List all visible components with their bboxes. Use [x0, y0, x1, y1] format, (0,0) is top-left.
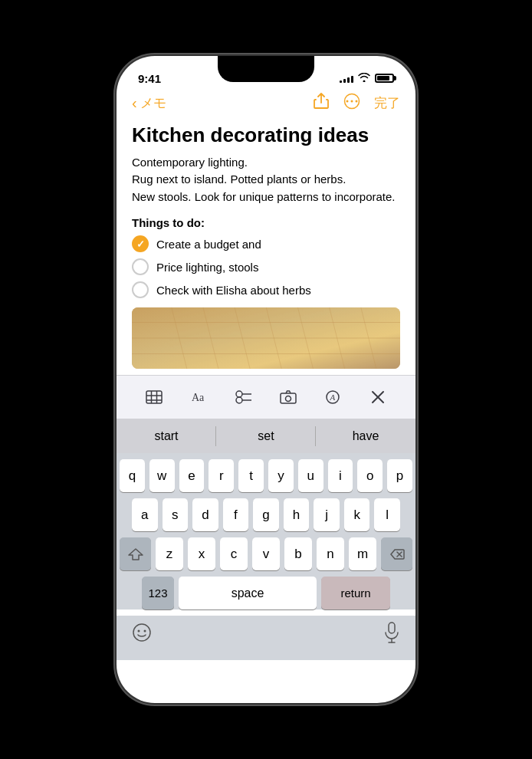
prediction-have[interactable]: have	[316, 419, 415, 453]
svg-rect-8	[146, 391, 162, 403]
phone-frame: 9:41	[117, 56, 415, 703]
todo-item-1: Create a budget and	[132, 235, 400, 252]
annotation-text: 予測テキスト	[458, 479, 523, 493]
svg-point-28	[144, 630, 146, 632]
todo-text-2[interactable]: Price lighting, stools	[156, 261, 258, 274]
keyboard-row-2: a s d f g h j k l	[120, 498, 412, 531]
key-s[interactable]: s	[163, 498, 189, 531]
back-label: メモ	[140, 94, 166, 112]
keyboard-row-3: z x c v b n m	[120, 537, 412, 570]
svg-point-26	[133, 624, 150, 641]
key-v[interactable]: v	[252, 537, 280, 570]
key-h[interactable]: h	[284, 498, 310, 531]
space-key[interactable]: space	[179, 577, 317, 610]
prediction-bar: start set have	[117, 419, 415, 453]
camera-toolbar-button[interactable]	[274, 383, 302, 411]
key-e[interactable]: e	[179, 459, 205, 492]
key-m[interactable]: m	[349, 537, 376, 570]
annotation-bracket-icon: }	[445, 474, 454, 498]
wifi-icon	[358, 73, 370, 84]
todo-checkbox-1[interactable]	[132, 235, 149, 252]
back-button[interactable]: ‹ メモ	[132, 94, 166, 112]
note-content: Kitchen decorating ideas Contemporary li…	[117, 120, 415, 307]
svg-point-14	[236, 391, 242, 397]
key-r[interactable]: r	[209, 459, 234, 492]
nav-actions: 完了	[313, 93, 400, 113]
todo-section: Things to do: Create a budget and Price …	[132, 216, 400, 298]
svg-point-19	[286, 396, 291, 402]
svg-text:Aa: Aa	[192, 392, 205, 403]
key-n[interactable]: n	[317, 537, 344, 570]
key-t[interactable]: t	[238, 459, 264, 492]
microphone-button[interactable]	[383, 622, 400, 648]
prediction-have-label: have	[353, 429, 379, 443]
keyboard-bottom	[117, 616, 415, 660]
prediction-start-label: start	[154, 429, 178, 443]
key-k[interactable]: k	[344, 498, 370, 531]
todo-text-1[interactable]: Create a budget and	[156, 238, 261, 251]
text-format-toolbar-button[interactable]: Aa	[185, 383, 212, 411]
key-g[interactable]: g	[253, 498, 279, 531]
todo-heading: Things to do:	[132, 216, 400, 229]
todo-item-3: Check with Elisha about herbs	[132, 281, 400, 298]
key-o[interactable]: o	[357, 459, 383, 492]
nav-bar: ‹ メモ 完了	[117, 90, 415, 120]
key-x[interactable]: x	[188, 537, 215, 570]
status-time: 9:41	[138, 72, 161, 85]
return-key[interactable]: return	[321, 577, 390, 610]
key-f[interactable]: f	[223, 498, 249, 531]
key-d[interactable]: d	[192, 498, 218, 531]
back-chevron-icon: ‹	[132, 94, 137, 112]
keyboard: q w e r t y u i o p a s d f g h j k	[117, 453, 415, 610]
svg-point-27	[138, 630, 140, 632]
key-z[interactable]: z	[156, 537, 183, 570]
svg-point-0	[346, 100, 349, 103]
close-toolbar-button[interactable]	[364, 383, 392, 411]
key-c[interactable]: c	[220, 537, 248, 570]
note-body[interactable]: Contemporary lighting.Rug next to island…	[132, 154, 400, 206]
share-button[interactable]	[313, 93, 330, 113]
prediction-start[interactable]: start	[117, 419, 216, 453]
status-icons	[340, 73, 394, 84]
key-w[interactable]: w	[149, 459, 175, 492]
key-j[interactable]: j	[314, 498, 340, 531]
table-toolbar-button[interactable]	[140, 383, 168, 411]
key-l[interactable]: l	[374, 498, 400, 531]
prediction-set[interactable]: set	[216, 419, 316, 453]
note-image	[132, 307, 400, 369]
todo-text-3[interactable]: Check with Elisha about herbs	[156, 284, 311, 297]
prediction-annotation: } 予測テキスト	[445, 474, 523, 498]
emoji-button[interactable]	[132, 623, 152, 647]
more-button[interactable]	[343, 93, 360, 113]
svg-point-16	[236, 397, 242, 403]
key-u[interactable]: u	[298, 459, 323, 492]
todo-checkbox-2[interactable]	[132, 258, 149, 275]
done-button[interactable]: 完了	[374, 94, 400, 112]
notch	[218, 56, 314, 82]
keyboard-row-4: 123 space return	[120, 577, 412, 610]
key-q[interactable]: q	[120, 459, 145, 492]
delete-key[interactable]	[381, 537, 412, 570]
signal-icon	[340, 74, 353, 83]
note-title[interactable]: Kitchen decorating ideas	[132, 123, 400, 148]
numbers-key[interactable]: 123	[142, 577, 174, 610]
key-a[interactable]: a	[132, 498, 158, 531]
svg-point-2	[356, 100, 358, 103]
key-y[interactable]: y	[268, 459, 294, 492]
svg-rect-29	[389, 623, 395, 633]
markup-toolbar-button[interactable]: A	[319, 383, 346, 411]
key-p[interactable]: p	[387, 459, 412, 492]
keyboard-row-1: q w e r t y u i o p	[120, 459, 412, 492]
battery-icon	[375, 74, 394, 83]
prediction-set-label: set	[258, 429, 274, 443]
svg-text:A: A	[330, 393, 336, 402]
formatting-toolbar: Aa A	[117, 375, 415, 419]
svg-point-1	[351, 100, 353, 103]
checklist-toolbar-button[interactable]	[230, 383, 258, 411]
key-i[interactable]: i	[328, 459, 353, 492]
todo-checkbox-3[interactable]	[132, 281, 149, 298]
shift-key[interactable]	[120, 537, 151, 570]
key-b[interactable]: b	[284, 537, 312, 570]
todo-item-2: Price lighting, stools	[132, 258, 400, 275]
